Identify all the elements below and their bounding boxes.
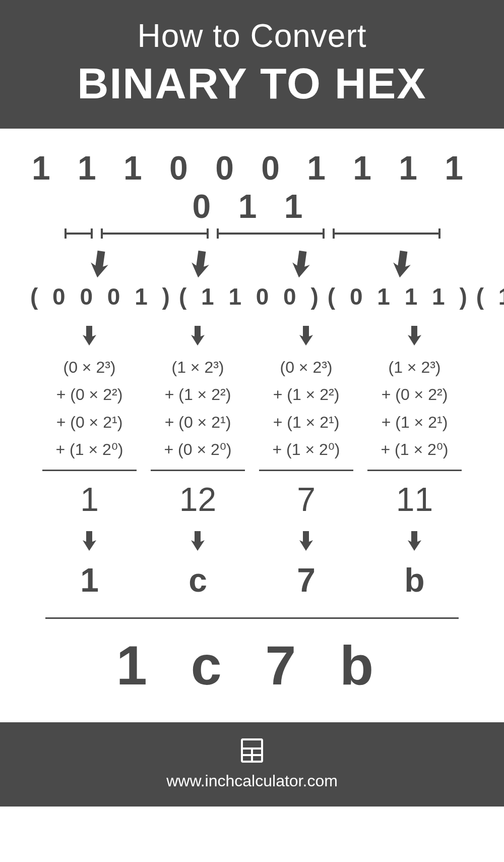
footer-url: www.inchcalculator.com: [0, 772, 504, 790]
down-arrow-icon: [189, 249, 214, 279]
down-arrow-icon: [81, 324, 98, 347]
sum-rule: [367, 470, 462, 471]
result-rule: [45, 617, 459, 619]
down-arrow-icon: [290, 249, 315, 279]
calculator-icon: [0, 736, 504, 765]
decimal-0: 1: [40, 480, 139, 519]
binary-input: 1 1 1 0 0 0 1 1 1 1 0 1 1: [30, 149, 474, 225]
result-hex: 1 c 7 b: [30, 633, 474, 697]
expansion-0: (0 × 2³) + (0 × 2²) + (0 × 2¹) + (1 × 2⁰…: [40, 354, 139, 464]
decimal-1: 12: [149, 480, 247, 519]
column-2: (0 × 2³) + (1 × 2²) + (1 × 2¹) + (1 × 2⁰…: [257, 315, 355, 599]
arrows-to-nibbles: [30, 249, 474, 279]
hex-1: c: [149, 561, 247, 599]
sum-rule: [151, 470, 245, 471]
down-arrow-icon: [88, 249, 113, 279]
sum-rule: [42, 470, 137, 471]
column-1: (1 × 2³) + (1 × 2²) + (0 × 2¹) + (0 × 2⁰…: [149, 315, 247, 599]
down-arrow-icon: [298, 324, 315, 347]
expansion-1: (1 × 2³) + (1 × 2²) + (0 × 2¹) + (0 × 2⁰…: [149, 354, 247, 464]
down-arrow-icon: [406, 324, 423, 347]
hex-2: 7: [257, 561, 355, 599]
decimal-3: 11: [365, 480, 464, 519]
expansion-2: (0 × 2³) + (1 × 2²) + (1 × 2¹) + (1 × 2⁰…: [257, 354, 355, 464]
expansion-3: (1 × 2³) + (0 × 2²) + (1 × 2¹) + (1 × 2⁰…: [365, 354, 464, 464]
header-line2: BINARY TO HEX: [0, 59, 504, 108]
column-0: (0 × 2³) + (0 × 2²) + (0 × 2¹) + (1 × 2⁰…: [40, 315, 139, 599]
hex-3: b: [365, 561, 464, 599]
hex-0: 1: [40, 561, 139, 599]
down-arrow-icon: [406, 530, 423, 552]
down-arrow-icon: [190, 530, 207, 552]
down-arrow-icon: [190, 324, 207, 347]
down-arrow-icon: [298, 530, 315, 552]
conversion-columns: (0 × 2³) + (0 × 2²) + (0 × 2¹) + (1 × 2⁰…: [30, 315, 474, 599]
sum-rule: [259, 470, 353, 471]
group-brackets: [30, 223, 474, 244]
column-3: (1 × 2³) + (0 × 2²) + (1 × 2¹) + (1 × 2⁰…: [365, 315, 464, 599]
down-arrow-icon: [391, 249, 416, 279]
nibble-groups: ( 0 0 0 1 )( 1 1 0 0 )( 0 1 1 1 )( 1 0 1…: [30, 283, 474, 310]
header-banner: How to Convert BINARY TO HEX: [0, 0, 504, 129]
diagram-body: 1 1 1 0 0 0 1 1 1 1 0 1 1 ( 0 0 0 1 )( 1…: [0, 129, 504, 722]
header-line1: How to Convert: [0, 17, 504, 54]
down-arrow-icon: [81, 530, 98, 552]
footer-banner: www.inchcalculator.com: [0, 722, 504, 807]
decimal-2: 7: [257, 480, 355, 519]
